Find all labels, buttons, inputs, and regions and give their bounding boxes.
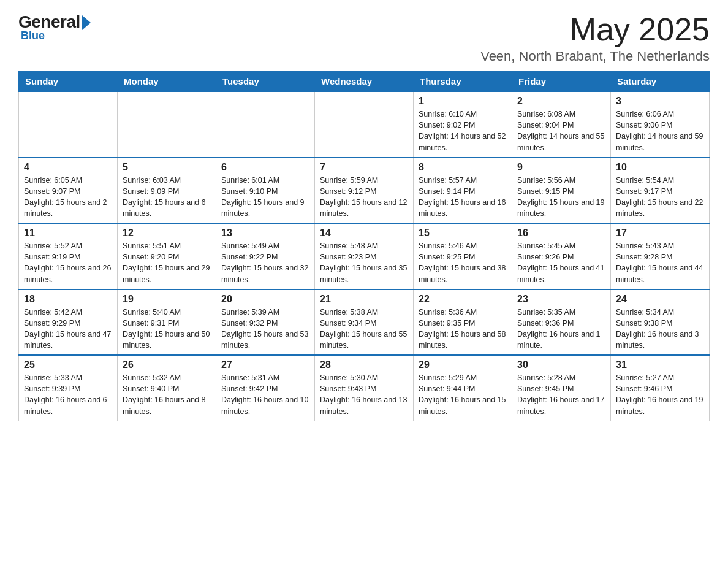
day-info: Sunrise: 5:34 AMSunset: 9:38 PMDaylight:… [616,307,704,351]
day-info: Sunrise: 5:40 AMSunset: 9:31 PMDaylight:… [123,307,211,351]
day-info: Sunrise: 5:42 AMSunset: 9:29 PMDaylight:… [24,307,112,351]
day-number: 8 [419,162,507,173]
day-number: 14 [320,228,408,239]
calendar-cell: 28Sunrise: 5:30 AMSunset: 9:43 PMDayligh… [315,355,414,421]
day-number: 12 [123,228,211,239]
day-info: Sunrise: 6:03 AMSunset: 9:09 PMDaylight:… [123,175,211,220]
calendar-cell: 18Sunrise: 5:42 AMSunset: 9:29 PMDayligh… [19,289,118,356]
day-number: 24 [616,294,704,305]
calendar-week-row: 11Sunrise: 5:52 AMSunset: 9:19 PMDayligh… [19,223,710,289]
logo-blue-text: Blue [21,29,45,42]
calendar-cell: 8Sunrise: 5:57 AMSunset: 9:14 PMDaylight… [414,158,512,224]
calendar-cell: 14Sunrise: 5:48 AMSunset: 9:23 PMDayligh… [315,223,414,289]
location-subtitle: Veen, North Brabant, The Netherlands [480,48,710,64]
calendar-cell: 25Sunrise: 5:33 AMSunset: 9:39 PMDayligh… [19,355,118,421]
calendar-cell [315,92,414,158]
calendar-cell: 16Sunrise: 5:45 AMSunset: 9:26 PMDayligh… [512,223,611,289]
day-number: 17 [616,228,704,239]
day-info: Sunrise: 6:01 AMSunset: 9:10 PMDaylight:… [221,175,309,220]
day-info: Sunrise: 5:59 AMSunset: 9:12 PMDaylight:… [320,175,408,220]
calendar-cell: 15Sunrise: 5:46 AMSunset: 9:25 PMDayligh… [414,223,512,289]
day-number: 19 [123,294,211,305]
day-number: 30 [517,359,605,370]
day-number: 20 [221,294,309,305]
day-info: Sunrise: 5:29 AMSunset: 9:44 PMDaylight:… [419,372,507,417]
calendar-cell: 23Sunrise: 5:35 AMSunset: 9:36 PMDayligh… [512,289,611,356]
weekday-header-tuesday: Tuesday [216,71,315,92]
day-info: Sunrise: 5:43 AMSunset: 9:28 PMDaylight:… [616,240,704,285]
day-number: 6 [221,162,309,173]
day-number: 23 [517,294,605,305]
day-number: 10 [616,162,704,173]
day-info: Sunrise: 5:52 AMSunset: 9:19 PMDaylight:… [24,240,112,285]
day-number: 27 [221,359,309,370]
calendar-cell: 22Sunrise: 5:36 AMSunset: 9:35 PMDayligh… [414,289,512,356]
day-number: 21 [320,294,408,305]
day-info: Sunrise: 5:38 AMSunset: 9:34 PMDaylight:… [320,307,408,351]
day-number: 29 [419,359,507,370]
day-number: 5 [123,162,211,173]
calendar-cell: 24Sunrise: 5:34 AMSunset: 9:38 PMDayligh… [611,289,710,356]
calendar-cell: 9Sunrise: 5:56 AMSunset: 9:15 PMDaylight… [512,158,611,224]
calendar-cell: 17Sunrise: 5:43 AMSunset: 9:28 PMDayligh… [611,223,710,289]
calendar-week-row: 4Sunrise: 6:05 AMSunset: 9:07 PMDaylight… [19,158,710,224]
weekday-header-saturday: Saturday [611,71,710,92]
calendar-cell: 10Sunrise: 5:54 AMSunset: 9:17 PMDayligh… [611,158,710,224]
day-info: Sunrise: 5:49 AMSunset: 9:22 PMDaylight:… [221,240,309,285]
calendar-table: SundayMondayTuesdayWednesdayThursdayFrid… [18,71,710,421]
day-number: 3 [616,96,704,107]
day-number: 25 [24,359,112,370]
calendar-cell: 5Sunrise: 6:03 AMSunset: 9:09 PMDaylight… [118,158,216,224]
logo-arrow-icon [82,15,91,30]
day-number: 13 [221,228,309,239]
day-info: Sunrise: 5:31 AMSunset: 9:42 PMDaylight:… [221,372,309,417]
month-year-title: May 2025 [480,12,710,47]
day-info: Sunrise: 5:30 AMSunset: 9:43 PMDaylight:… [320,372,408,417]
calendar-cell: 6Sunrise: 6:01 AMSunset: 9:10 PMDaylight… [216,158,315,224]
day-info: Sunrise: 5:57 AMSunset: 9:14 PMDaylight:… [419,175,507,220]
day-number: 1 [419,96,507,107]
day-number: 28 [320,359,408,370]
day-info: Sunrise: 5:54 AMSunset: 9:17 PMDaylight:… [616,175,704,220]
day-info: Sunrise: 5:51 AMSunset: 9:20 PMDaylight:… [123,240,211,285]
day-number: 2 [517,96,605,107]
calendar-cell: 30Sunrise: 5:28 AMSunset: 9:45 PMDayligh… [512,355,611,421]
day-info: Sunrise: 5:56 AMSunset: 9:15 PMDaylight:… [517,175,605,220]
day-number: 26 [123,359,211,370]
calendar-cell: 4Sunrise: 6:05 AMSunset: 9:07 PMDaylight… [19,158,118,224]
weekday-header-sunday: Sunday [19,71,118,92]
day-info: Sunrise: 5:33 AMSunset: 9:39 PMDaylight:… [24,372,112,417]
day-number: 15 [419,228,507,239]
calendar-cell: 27Sunrise: 5:31 AMSunset: 9:42 PMDayligh… [216,355,315,421]
calendar-cell: 19Sunrise: 5:40 AMSunset: 9:31 PMDayligh… [118,289,216,356]
calendar-cell: 1Sunrise: 6:10 AMSunset: 9:02 PMDaylight… [414,92,512,158]
calendar-week-row: 18Sunrise: 5:42 AMSunset: 9:29 PMDayligh… [19,289,710,356]
day-info: Sunrise: 5:36 AMSunset: 9:35 PMDaylight:… [419,307,507,351]
weekday-header-wednesday: Wednesday [315,71,414,92]
day-info: Sunrise: 5:45 AMSunset: 9:26 PMDaylight:… [517,240,605,285]
calendar-cell: 7Sunrise: 5:59 AMSunset: 9:12 PMDaylight… [315,158,414,224]
calendar-cell: 2Sunrise: 6:08 AMSunset: 9:04 PMDaylight… [512,92,611,158]
day-info: Sunrise: 6:05 AMSunset: 9:07 PMDaylight:… [24,175,112,220]
day-number: 18 [24,294,112,305]
day-info: Sunrise: 5:35 AMSunset: 9:36 PMDaylight:… [517,307,605,351]
calendar-cell: 20Sunrise: 5:39 AMSunset: 9:32 PMDayligh… [216,289,315,356]
calendar-week-row: 25Sunrise: 5:33 AMSunset: 9:39 PMDayligh… [19,355,710,421]
calendar-header-row: SundayMondayTuesdayWednesdayThursdayFrid… [19,71,710,92]
day-info: Sunrise: 5:48 AMSunset: 9:23 PMDaylight:… [320,240,408,285]
day-number: 9 [517,162,605,173]
calendar-cell [216,92,315,158]
day-number: 22 [419,294,507,305]
day-number: 4 [24,162,112,173]
day-info: Sunrise: 5:46 AMSunset: 9:25 PMDaylight:… [419,240,507,285]
day-info: Sunrise: 5:27 AMSunset: 9:46 PMDaylight:… [616,372,704,417]
calendar-cell: 13Sunrise: 5:49 AMSunset: 9:22 PMDayligh… [216,223,315,289]
day-info: Sunrise: 5:39 AMSunset: 9:32 PMDaylight:… [221,307,309,351]
calendar-cell [19,92,118,158]
day-number: 16 [517,228,605,239]
day-info: Sunrise: 6:10 AMSunset: 9:02 PMDaylight:… [419,109,507,153]
day-info: Sunrise: 6:06 AMSunset: 9:06 PMDaylight:… [616,109,704,153]
weekday-header-monday: Monday [118,71,216,92]
logo: General Blue [18,12,91,42]
calendar-cell: 3Sunrise: 6:06 AMSunset: 9:06 PMDaylight… [611,92,710,158]
